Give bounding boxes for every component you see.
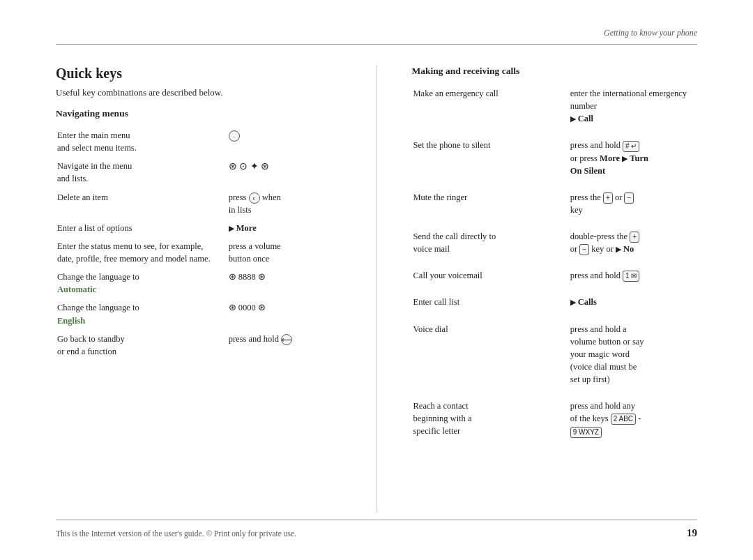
row-action: press and hold avolume button or sayyour…: [569, 319, 697, 390]
table-row: Change the language to English ⊛ 0000 ⊛: [56, 298, 342, 329]
no-link: No: [623, 244, 634, 254]
row-desc: Set the phone to silent: [412, 135, 569, 180]
nav-icon-left2: ⊛: [229, 303, 236, 312]
more-link2: More: [600, 153, 620, 163]
more-link: More: [236, 223, 257, 233]
row-desc: Send the call directly tovoice mail: [412, 227, 569, 259]
nav-heading: Navigating menus: [56, 108, 342, 119]
page-footer: This is the Internet version of the user…: [56, 520, 697, 539]
table-row: Call your voicemail press and hold 1 ✉: [412, 266, 698, 285]
table-row: Mute the ringer press the + or −key: [412, 188, 698, 220]
row-desc: Mute the ringer: [412, 188, 569, 220]
nav-icon-right2: ⊛: [258, 303, 266, 312]
row-action: ▶ More: [227, 219, 342, 237]
table-row: Change the language to Automatic ⊛ 8888 …: [56, 268, 342, 298]
one-key-icon: 1 ✉: [623, 271, 639, 282]
plus-key-icon: +: [603, 192, 613, 204]
row-desc: Navigate in the menuand lists.: [56, 157, 227, 188]
minus-key-icon2: −: [579, 244, 589, 255]
row-desc: Enter call list: [412, 292, 569, 312]
page: Getting to know your phone Quick keys Us…: [0, 0, 753, 560]
c-key-icon: c: [249, 192, 260, 204]
arrow-icon: ▶: [229, 224, 234, 232]
page-number: 19: [687, 527, 697, 539]
nav-icon-right: ⊛: [258, 272, 266, 282]
row-action: ⊛ ⊙ ✦ ⊛: [227, 157, 342, 188]
row-action: press c whenin lists: [227, 188, 342, 219]
section-intro: Useful key combinations are described be…: [56, 87, 342, 98]
table-row: Set the phone to silent press and hold #…: [412, 135, 698, 180]
table-row: Delete an item press c whenin lists: [56, 188, 342, 219]
call-link: Call: [578, 114, 593, 123]
row-desc: Delete an item: [56, 188, 227, 219]
calls-link: Calls: [578, 297, 597, 307]
table-row: Reach a contactbeginning with aspecific …: [412, 396, 698, 441]
row-action: ⊛ 0000 ⊛: [227, 298, 342, 329]
table-row: Go back to standbyor end a function pres…: [56, 330, 342, 361]
arrow-icon: ▶: [570, 114, 576, 123]
page-header: Getting to know your phone: [56, 28, 697, 45]
header-title: Getting to know your phone: [604, 28, 697, 38]
left-column: Quick keys Useful key combinations are d…: [56, 66, 342, 513]
table-row: Make an emergency call enter the interna…: [412, 84, 698, 128]
calls-heading: Making and receiving calls: [412, 66, 698, 77]
table-row: Send the call directly tovoice mail doub…: [412, 227, 698, 259]
plus-key-icon2: +: [630, 232, 639, 243]
row-action: ▶ Calls: [569, 292, 697, 312]
footer-text: This is the Internet version of the user…: [56, 529, 296, 538]
back-key-icon: ⟵: [281, 334, 292, 345]
hash-key-icon: # ↵: [623, 141, 639, 152]
two-key-icon: 2 ABC: [611, 414, 636, 425]
row-desc: Enter a list of options: [56, 219, 227, 237]
page-title: Quick keys: [56, 66, 342, 82]
nav-icon-left: ⊛: [229, 272, 236, 282]
table-row: Enter the status menu to see, for exampl…: [56, 237, 342, 268]
right-column: Making and receiving calls Make an emerg…: [412, 66, 698, 513]
row-desc: Change the language to English: [56, 298, 227, 329]
table-row: Enter a list of options ▶ More: [56, 219, 342, 237]
row-action: press a volumebutton once: [227, 237, 342, 268]
row-desc: Reach a contactbeginning with aspecific …: [412, 396, 569, 441]
automatic-label: Automatic: [57, 285, 96, 294]
table-row: Navigate in the menuand lists. ⊛ ⊙ ✦ ⊛: [56, 157, 342, 188]
english-label: English: [57, 316, 85, 326]
row-action: double-press the + or − key or ▶ No: [569, 227, 697, 259]
calls-table: Make an emergency call enter the interna…: [412, 84, 698, 441]
nav-icon: ⊛ ⊙ ✦ ⊛: [229, 160, 270, 174]
row-action: press and hold anyof the keys 2 ABC - 9 …: [569, 396, 697, 441]
minus-key-icon: −: [624, 192, 634, 204]
row-desc: Enter the main menuand select menu items…: [56, 126, 227, 157]
center-key-icon: ·: [229, 130, 240, 142]
nine-key-icon: 9 WXYZ: [570, 427, 602, 438]
arrow-icon3: ▶: [616, 245, 621, 253]
row-desc: Go back to standbyor end a function: [56, 330, 227, 361]
row-action: ⊛ 8888 ⊛: [227, 268, 342, 298]
arrow-icon4: ▶: [570, 298, 576, 306]
arrow-icon2: ▶: [622, 154, 628, 162]
row-action: press and hold 1 ✉: [569, 266, 697, 285]
row-action: ·: [227, 126, 342, 157]
row-action: press and hold ⟵: [227, 330, 342, 361]
row-desc: Call your voicemail: [412, 266, 569, 285]
row-desc: Voice dial: [412, 319, 569, 390]
nav-table: Enter the main menuand select menu items…: [56, 126, 342, 361]
table-row: Enter call list ▶ Calls: [412, 292, 698, 312]
row-desc: Change the language to Automatic: [56, 268, 227, 298]
table-row: Voice dial press and hold avolume button…: [412, 319, 698, 390]
row-desc: Make an emergency call: [412, 84, 569, 128]
row-action: enter the international emergency number…: [569, 84, 697, 128]
column-divider: [376, 66, 377, 513]
row-action: press and hold # ↵ or press More ▶ TurnO…: [569, 135, 697, 180]
row-desc: Enter the status menu to see, for exampl…: [56, 237, 227, 268]
content-area: Quick keys Useful key combinations are d…: [56, 66, 697, 513]
table-row: Enter the main menuand select menu items…: [56, 126, 342, 157]
row-action: press the + or −key: [569, 188, 697, 220]
